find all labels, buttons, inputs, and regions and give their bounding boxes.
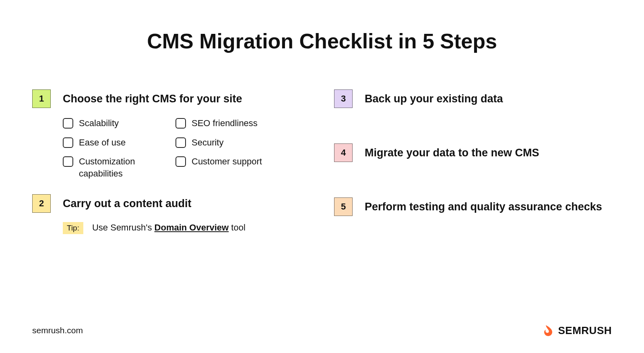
check-label: Security	[192, 137, 223, 149]
step-3-body: Back up your existing data	[365, 89, 612, 106]
check-label: Scalability	[79, 117, 119, 129]
step-4-body: Migrate your data to the new CMS	[365, 143, 612, 160]
check-scalability: Scalability	[63, 117, 155, 129]
step-3: 3 Back up your existing data	[334, 89, 612, 108]
step-1-number-badge: 1	[32, 89, 51, 108]
step-5-number-badge: 5	[334, 197, 353, 216]
step-2: 2 Carry out a content audit Tip: Use Sem…	[32, 194, 310, 234]
checklist-col-left: Scalability Ease of use Customization ca…	[63, 117, 155, 180]
footer: semrush.com SEMRUSH	[32, 324, 612, 337]
check-security: Security	[175, 137, 268, 149]
check-customization: Customization capabilities	[63, 156, 155, 179]
step-3-number-badge: 3	[334, 89, 353, 108]
left-column: 1 Choose the right CMS for your site Sca…	[32, 89, 310, 234]
checklist-col-right: SEO friendliness Security Customer suppo…	[175, 117, 268, 180]
step-4-title: Migrate your data to the new CMS	[365, 146, 612, 160]
check-label: Customization capabilities	[79, 156, 155, 179]
check-label: Customer support	[192, 156, 262, 168]
step-3-title: Back up your existing data	[365, 92, 612, 106]
tip-text: Use Semrush's Domain Overview tool	[92, 222, 246, 233]
checkbox-icon[interactable]	[175, 137, 186, 148]
content-columns: 1 Choose the right CMS for your site Sca…	[0, 53, 644, 234]
fire-icon	[542, 324, 555, 337]
step-2-number-badge: 2	[32, 194, 51, 213]
step-5-body: Perform testing and quality assurance ch…	[365, 197, 612, 214]
tip-link-domain-overview[interactable]: Domain Overview	[155, 222, 229, 233]
step-2-title: Carry out a content audit	[63, 197, 310, 211]
step-5-title: Perform testing and quality assurance ch…	[365, 200, 612, 214]
tip-prefix: Use Semrush's	[92, 222, 155, 233]
logo-text: SEMRUSH	[558, 324, 612, 337]
step-2-body: Carry out a content audit Tip: Use Semru…	[63, 194, 310, 234]
check-seo: SEO friendliness	[175, 117, 268, 129]
check-ease-of-use: Ease of use	[63, 137, 155, 149]
tip-suffix: tool	[229, 222, 246, 233]
step-4-number-badge: 4	[334, 143, 353, 162]
page-title: CMS Migration Checklist in 5 Steps	[0, 0, 644, 53]
semrush-logo: SEMRUSH	[542, 324, 612, 337]
checkbox-icon[interactable]	[63, 137, 73, 148]
checkbox-icon[interactable]	[63, 118, 73, 129]
check-label: Ease of use	[79, 137, 126, 149]
step-2-tip: Tip: Use Semrush's Domain Overview tool	[63, 222, 310, 234]
checkbox-icon[interactable]	[175, 156, 186, 167]
step-1-title: Choose the right CMS for your site	[63, 92, 310, 106]
step-4: 4 Migrate your data to the new CMS	[334, 143, 612, 162]
step-1-checklist: Scalability Ease of use Customization ca…	[63, 117, 310, 180]
checkbox-icon[interactable]	[63, 156, 73, 167]
check-label: SEO friendliness	[192, 117, 258, 129]
step-1-body: Choose the right CMS for your site Scala…	[63, 89, 310, 180]
tip-badge: Tip:	[63, 222, 83, 234]
right-column: 3 Back up your existing data 4 Migrate y…	[334, 89, 612, 234]
check-support: Customer support	[175, 156, 268, 168]
step-5: 5 Perform testing and quality assurance …	[334, 197, 612, 216]
footer-url: semrush.com	[32, 326, 83, 335]
checkbox-icon[interactable]	[175, 118, 186, 129]
step-1: 1 Choose the right CMS for your site Sca…	[32, 89, 310, 180]
